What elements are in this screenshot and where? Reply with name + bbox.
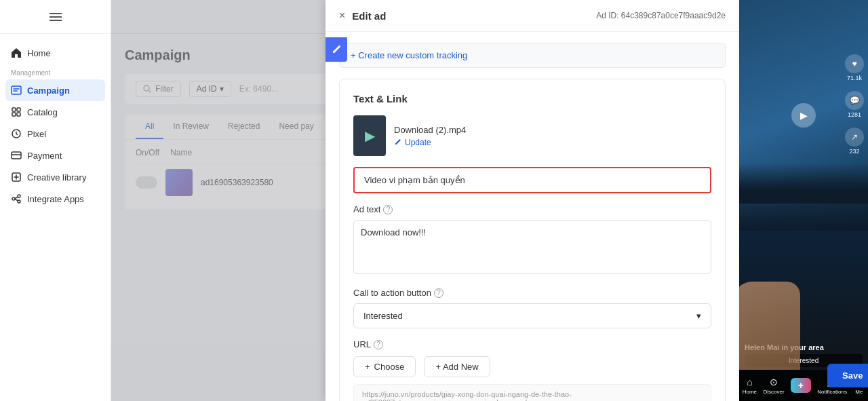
comment-action[interactable]: 💬 1281 (845, 91, 864, 118)
creative-icon (11, 172, 22, 183)
choose-label: Choose (374, 362, 405, 372)
sidebar-item-payment-label: Payment (27, 151, 62, 161)
modal-body: + Create new custom tracking Text & Link… (326, 32, 739, 401)
error-text: Video vi phạm bản quyền (364, 175, 465, 185)
management-label: Management (0, 64, 111, 79)
tiktok-nav-home[interactable]: ⌂ Home (743, 377, 757, 395)
svg-rect-4 (17, 113, 20, 116)
svg-point-10 (18, 200, 20, 203)
sidebar-item-creative-library[interactable]: Creative library (0, 166, 111, 188)
url-display: https://juno.vn/products/giay-xong-don-q… (353, 384, 711, 401)
sidebar-item-catalog-label: Catalog (27, 107, 58, 117)
sidebar-item-pixel-label: Pixel (27, 129, 46, 139)
catalog-icon (11, 107, 22, 117)
svg-point-9 (18, 195, 20, 197)
error-message-box: Video vi phạm bản quyền (353, 167, 711, 193)
home-icon (11, 47, 22, 58)
phone-screen: ▶ ♥ 71.1k 💬 1281 ↗ 232 Helen Mai (739, 0, 868, 401)
pencil-icon (331, 44, 342, 55)
discover-nav-label: Discover (763, 389, 784, 395)
hand-prop (739, 282, 800, 370)
choose-button[interactable]: + Choose (353, 356, 416, 377)
comment-icon: 💬 (845, 91, 864, 110)
mountain-bg (739, 176, 868, 231)
svg-rect-1 (12, 108, 16, 111)
modal-ad-id: Ad ID: 64c389c87a0ce7f9aaac9d2e (596, 11, 726, 20)
sidebar-item-integrate-label: Integrate Apps (27, 194, 84, 204)
svg-rect-6 (12, 152, 21, 159)
sidebar-item-payment[interactable]: Payment (0, 145, 111, 166)
heart-icon: ♥ (845, 54, 864, 73)
svg-rect-2 (17, 108, 20, 111)
comment-count: 1281 (848, 111, 861, 118)
svg-rect-3 (12, 113, 16, 116)
share-icon: ↗ (845, 128, 864, 147)
cta-select[interactable]: Interested ▾ (353, 303, 711, 328)
svg-rect-0 (12, 86, 21, 94)
create-icon: + (791, 378, 811, 393)
me-nav-label: Me (855, 389, 863, 395)
tiktok-nav-create[interactable]: + (791, 378, 811, 393)
update-label: Update (405, 138, 431, 147)
menu-icon (50, 13, 62, 21)
sidebar-item-campaign-label: Campaign (27, 85, 70, 96)
discover-nav-icon: ⊙ (770, 377, 778, 387)
modal-title-area: × Edit ad (339, 9, 386, 22)
video-icon: ▶ (365, 128, 375, 144)
modal-close-button[interactable]: × (339, 9, 345, 22)
campaign-icon (11, 85, 22, 96)
ad-text-label: Ad text ? (353, 204, 711, 214)
tiktok-nav-discover[interactable]: ⊙ Discover (763, 377, 784, 395)
file-update-button[interactable]: Update (394, 138, 711, 147)
url-info-icon[interactable]: ? (374, 340, 383, 349)
file-name: Download (2).mp4 (394, 125, 711, 135)
tiktok-sidebar-actions: ♥ 71.1k 💬 1281 ↗ 232 (845, 54, 864, 155)
cta-label: Call to action button ? (353, 288, 711, 298)
like-count: 71.1k (847, 75, 862, 81)
modal-header: × Edit ad Ad ID: 64c389c87a0ce7f9aaac9d2… (326, 0, 739, 32)
text-link-section: Text & Link ▶ Download (2).mp4 Update (339, 79, 726, 401)
plus-icon: + (365, 362, 370, 372)
file-row: ▶ Download (2).mp4 Update (353, 115, 711, 156)
add-new-button[interactable]: + Add New (424, 356, 490, 377)
sidebar-item-campaign[interactable]: Campaign (5, 79, 105, 101)
url-label: URL ? (353, 339, 711, 349)
sidebar-item-pixel[interactable]: Pixel (0, 123, 111, 145)
cta-chevron-icon: ▾ (696, 311, 701, 321)
section-title: Text & Link (353, 93, 711, 104)
url-buttons: + Choose + Add New (353, 356, 711, 377)
sidebar: Home Management Campaign Catalog Pixel (0, 0, 111, 401)
add-new-label: + Add New (435, 362, 478, 372)
edit-ad-modal: × Edit ad Ad ID: 64c389c87a0ce7f9aaac9d2… (326, 0, 739, 401)
preview-panel: ▶ ♥ 71.1k 💬 1281 ↗ 232 Helen Mai (739, 0, 868, 401)
save-button[interactable]: Save (827, 364, 868, 387)
file-info: Download (2).mp4 Update (394, 125, 711, 147)
cta-info-icon[interactable]: ? (434, 288, 443, 298)
sidebar-item-integrate-apps[interactable]: Integrate Apps (0, 188, 111, 210)
file-thumbnail: ▶ (353, 115, 386, 156)
sidebar-item-creative-label: Creative library (27, 172, 86, 183)
home-nav-label: Home (743, 389, 757, 395)
sidebar-item-home-label: Home (27, 48, 51, 58)
ad-text-info-icon[interactable]: ? (383, 205, 393, 214)
create-tracking-button[interactable]: + Create new custom tracking (339, 43, 726, 68)
edit-icon (394, 138, 402, 147)
like-action[interactable]: ♥ 71.1k (845, 54, 864, 81)
pixel-icon (11, 128, 22, 139)
phone-mockup: ▶ ♥ 71.1k 💬 1281 ↗ 232 Helen Mai (739, 0, 868, 401)
svg-point-8 (12, 197, 15, 200)
sidebar-navigation: Home Management Campaign Catalog Pixel (0, 34, 111, 401)
cta-value: Interested (363, 311, 403, 321)
home-nav-icon: ⌂ (747, 377, 752, 387)
edit-tab-icon (326, 37, 347, 62)
share-count: 232 (849, 148, 859, 155)
ad-text-input[interactable]: Download now!!! (353, 220, 711, 274)
sidebar-item-catalog[interactable]: Catalog (0, 101, 111, 123)
play-button[interactable]: ▶ (791, 103, 816, 128)
payment-icon (11, 150, 22, 161)
share-action[interactable]: ↗ 232 (845, 128, 864, 155)
modal-title: Edit ad (352, 10, 386, 22)
integrate-icon (11, 193, 22, 204)
sidebar-logo (0, 0, 111, 34)
sidebar-item-home[interactable]: Home (0, 42, 111, 64)
